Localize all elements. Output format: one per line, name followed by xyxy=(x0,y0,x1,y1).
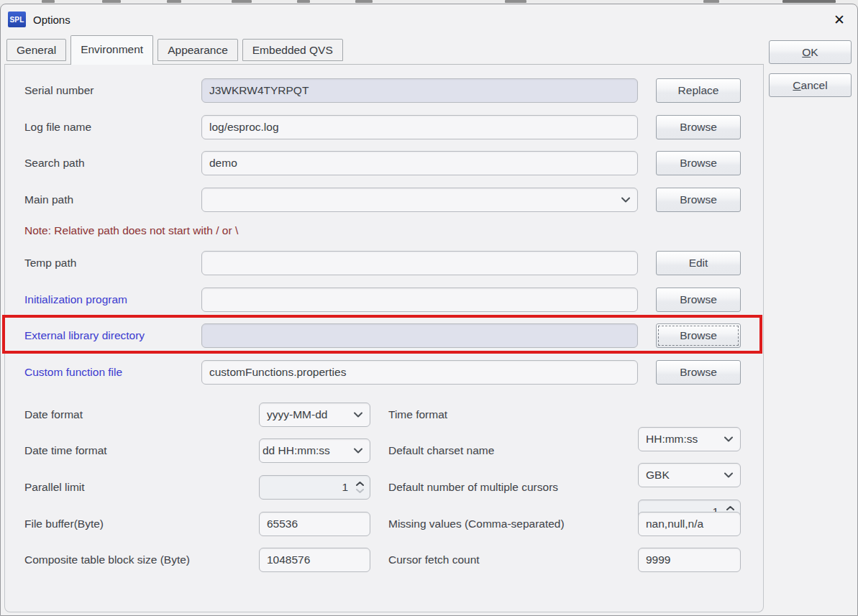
dialog-title: Options xyxy=(33,4,70,35)
row-parallel-cursors: Parallel limit 1 Default number of multi… xyxy=(5,475,763,500)
browse-custom-function-file-button[interactable]: Browse xyxy=(656,360,741,385)
time-format-label: Time format xyxy=(388,403,447,427)
date-format-combobox[interactable]: yyyy-MM-dd xyxy=(259,403,370,427)
row-external-library-directory: External library directory Browse xyxy=(5,323,763,348)
temp-path-label: Temp path xyxy=(24,251,76,275)
row-datetime-charset: Date time format dd HH:mm:ss Default cha… xyxy=(5,438,763,463)
composite-block-size-label: Composite table block size (Byte) xyxy=(24,548,190,572)
chevron-down-icon xyxy=(353,448,363,454)
missing-values-label: Missing values (Comma-separated) xyxy=(388,512,565,536)
row-temp-path: Temp path Edit xyxy=(5,251,763,275)
row-main-path: Main path Browse xyxy=(5,188,763,212)
parallel-limit-stepper[interactable]: 1 xyxy=(259,475,370,500)
background-remnant xyxy=(703,0,719,3)
title-bar: SPL Options ✕ xyxy=(1,4,857,35)
external-library-directory-label: External library directory xyxy=(24,323,145,348)
chevron-down-icon xyxy=(353,412,363,418)
row-custom-function-file: Custom function file customFunctions.pro… xyxy=(5,360,763,385)
main-path-combobox[interactable] xyxy=(201,188,638,212)
search-path-input[interactable]: demo xyxy=(201,151,638,175)
row-blocksize-fetch: Composite table block size (Byte) 104857… xyxy=(5,548,763,572)
custom-function-file-label: Custom function file xyxy=(24,360,122,385)
log-file-name-label: Log file name xyxy=(24,115,91,139)
main-path-label: Main path xyxy=(24,188,73,212)
cancel-button-label: Cancel xyxy=(793,79,827,92)
browse-main-path-button[interactable]: Browse xyxy=(656,188,741,212)
row-log-file-name: Log file name log/esproc.log Browse xyxy=(5,115,763,139)
log-file-name-value: log/esproc.log xyxy=(209,121,279,134)
tab-environment[interactable]: Environment xyxy=(70,35,153,65)
file-buffer-label: File buffer(Byte) xyxy=(24,512,104,536)
background-remnant xyxy=(167,0,181,3)
row-initialization-program: Initialization program Browse xyxy=(5,288,763,312)
cancel-button[interactable]: Cancel xyxy=(769,73,852,97)
options-dialog: SPL Options ✕ General Environment Appear… xyxy=(0,4,858,616)
missing-values-input[interactable]: nan,null,n/a xyxy=(638,512,741,536)
initialization-program-label: Initialization program xyxy=(24,288,127,312)
serial-number-value: J3WKRW4TYRPQT xyxy=(209,84,309,97)
replace-button[interactable]: Replace xyxy=(656,78,741,103)
relative-path-note: Note: Relative path does not start with … xyxy=(24,224,238,237)
spinner-up-icon xyxy=(355,481,365,487)
background-remnant xyxy=(102,0,121,3)
search-path-label: Search path xyxy=(24,151,85,175)
browse-external-library-button[interactable]: Browse xyxy=(656,323,741,348)
tab-appearance[interactable]: Appearance xyxy=(158,39,238,61)
custom-function-file-input[interactable]: customFunctions.properties xyxy=(201,360,638,385)
chevron-down-icon xyxy=(621,197,631,203)
browse-log-file-button[interactable]: Browse xyxy=(656,115,741,139)
spinner-down-icon xyxy=(355,488,365,494)
spl-app-icon: SPL xyxy=(8,12,26,27)
external-library-directory-input[interactable] xyxy=(201,323,638,348)
default-cursors-label: Default number of multiple cursors xyxy=(388,475,558,500)
environment-tab-panel: Serial number J3WKRW4TYRPQT Replace Log … xyxy=(4,64,764,612)
ok-button-label: OK xyxy=(802,46,818,59)
tab-general[interactable]: General xyxy=(6,39,66,61)
date-format-label: Date format xyxy=(24,403,83,427)
log-file-name-input[interactable]: log/esproc.log xyxy=(201,115,638,139)
background-remnant xyxy=(42,0,55,3)
date-time-format-combobox[interactable]: dd HH:mm:ss xyxy=(259,438,370,463)
cursor-fetch-count-input[interactable]: 9999 xyxy=(638,548,741,572)
edit-temp-path-button[interactable]: Edit xyxy=(656,251,741,275)
background-remnant xyxy=(782,0,836,3)
row-search-path: Search path demo Browse xyxy=(5,151,763,175)
background-remnant xyxy=(297,0,310,3)
tab-bar: General Environment Appearance Embedded … xyxy=(6,35,343,68)
serial-number-label: Serial number xyxy=(24,78,94,103)
background-remnant xyxy=(232,0,252,3)
tab-embedded-qvs[interactable]: Embedded QVS xyxy=(242,39,343,61)
parallel-limit-label: Parallel limit xyxy=(24,475,85,500)
custom-function-file-value: customFunctions.properties xyxy=(209,366,346,379)
cursor-fetch-count-label: Cursor fetch count xyxy=(388,548,480,572)
ok-button[interactable]: OK xyxy=(769,40,852,64)
spinner-up-icon xyxy=(726,505,735,511)
composite-block-size-input[interactable]: 1048576 xyxy=(259,548,370,572)
temp-path-input[interactable] xyxy=(201,251,638,275)
row-buffer-missing: File buffer(Byte) 65536 Missing values (… xyxy=(5,512,763,536)
close-icon[interactable]: ✕ xyxy=(827,9,852,30)
initialization-program-input[interactable] xyxy=(201,288,638,312)
row-serial-number: Serial number J3WKRW4TYRPQT Replace xyxy=(5,78,763,103)
background-remnant xyxy=(355,0,373,3)
browse-search-path-button[interactable]: Browse xyxy=(656,151,741,175)
search-path-value: demo xyxy=(209,157,237,170)
background-remnant xyxy=(505,0,526,3)
row-date-time-formats: Date format yyyy-MM-dd Time format HH:mm… xyxy=(5,403,763,427)
default-charset-name-label: Default charset name xyxy=(388,438,494,463)
browse-initialization-program-button[interactable]: Browse xyxy=(656,288,741,312)
date-time-format-label: Date time format xyxy=(24,438,107,463)
serial-number-input[interactable]: J3WKRW4TYRPQT xyxy=(201,78,638,103)
file-buffer-input[interactable]: 65536 xyxy=(259,512,370,536)
